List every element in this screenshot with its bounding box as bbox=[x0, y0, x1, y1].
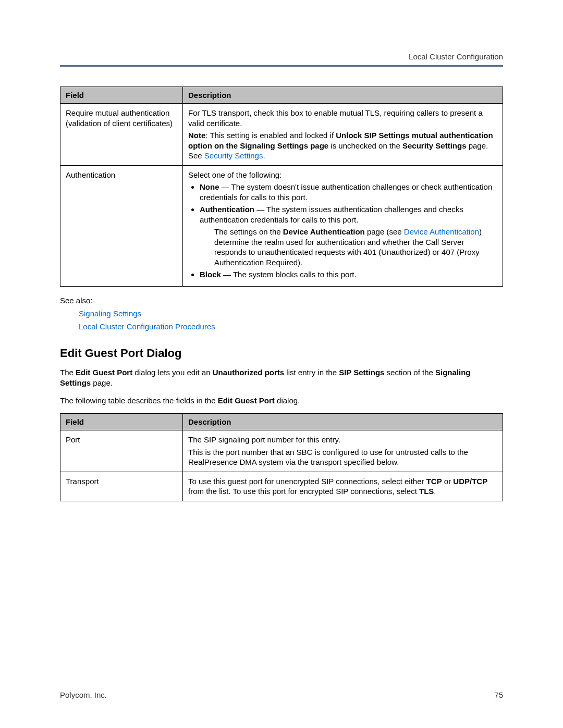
field-require-mutual: Require mutual authentication (validatio… bbox=[60, 104, 183, 166]
t: dialog. bbox=[275, 396, 300, 405]
body-paragraph: The following table describes the fields… bbox=[60, 396, 503, 406]
field-transport: Transport bbox=[60, 472, 183, 501]
desc-text: Select one of the following: bbox=[188, 170, 497, 180]
th-description: Description bbox=[183, 87, 503, 104]
t: None bbox=[200, 182, 219, 191]
t: Authentication bbox=[200, 205, 254, 214]
sub-text: The settings on the Device Authenticatio… bbox=[214, 227, 497, 267]
t: Security Settings bbox=[402, 141, 467, 150]
signaling-settings-link[interactable]: Signaling Settings bbox=[79, 309, 503, 318]
note-label: Note bbox=[188, 131, 205, 140]
desc-note: Note: This setting is enabled and locked… bbox=[188, 130, 497, 161]
t: . bbox=[263, 151, 265, 160]
t: To use this guest port for unencrypted S… bbox=[188, 477, 426, 486]
t: dialog lets you edit an bbox=[132, 368, 212, 377]
th-field: Field bbox=[60, 414, 183, 430]
t: list entry in the bbox=[284, 368, 339, 377]
t: Unauthorized ports bbox=[213, 368, 285, 377]
t: : This setting is enabled and locked if bbox=[205, 131, 336, 140]
footer-page-number: 75 bbox=[494, 690, 503, 699]
page-footer: Polycom, Inc. 75 bbox=[60, 690, 503, 699]
local-cluster-config-procedures-link[interactable]: Local Cluster Configuration Procedures bbox=[79, 322, 503, 331]
t: or bbox=[442, 477, 454, 486]
t: TLS bbox=[419, 487, 434, 496]
desc-text: The SIP signaling port number for this e… bbox=[188, 435, 497, 445]
desc-port: The SIP signaling port number for this e… bbox=[183, 430, 503, 472]
t: The bbox=[60, 368, 76, 377]
t: SIP Settings bbox=[339, 368, 384, 377]
desc-transport: To use this guest port for unencrypted S… bbox=[183, 472, 503, 501]
t: . bbox=[434, 487, 436, 496]
fields-table-2: Field Description Port The SIP signaling… bbox=[60, 413, 503, 501]
th-field: Field bbox=[60, 87, 183, 104]
t: — The system doesn't issue authenticatio… bbox=[200, 182, 492, 202]
t: is unchecked on the bbox=[328, 141, 402, 150]
t: section of the bbox=[384, 368, 435, 377]
t: Device Authentication bbox=[283, 227, 365, 236]
t: TCP bbox=[426, 477, 442, 486]
th-description: Description bbox=[183, 414, 503, 430]
t: — The system blocks calls to this port. bbox=[221, 270, 357, 279]
desc-text: This is the port number that an SBC is c… bbox=[188, 447, 497, 467]
field-port: Port bbox=[60, 430, 183, 472]
t: Edit Guest Port bbox=[218, 396, 275, 405]
see-also-block: See also: Signaling Settings Local Clust… bbox=[60, 296, 503, 331]
field-authentication: Authentication bbox=[60, 165, 183, 286]
desc-text: For TLS transport, check this box to ena… bbox=[188, 108, 497, 128]
t: from the list. To use this port for encr… bbox=[188, 487, 419, 496]
t: The settings on the bbox=[214, 227, 283, 236]
desc-authentication: Select one of the following: None — The … bbox=[183, 165, 503, 286]
t: The following table describes the fields… bbox=[60, 396, 218, 405]
device-auth-link[interactable]: Device Authentication bbox=[404, 227, 479, 236]
list-item: None — The system doesn't issue authenti… bbox=[200, 182, 497, 202]
t: UDP/TCP bbox=[453, 477, 487, 486]
footer-company: Polycom, Inc. bbox=[60, 690, 107, 699]
list-item: Block — The system blocks calls to this … bbox=[200, 269, 497, 280]
t: page. bbox=[91, 378, 113, 387]
fields-table-1: Field Description Require mutual authent… bbox=[60, 87, 503, 287]
auth-options-list: None — The system doesn't issue authenti… bbox=[188, 182, 497, 280]
desc-require-mutual: For TLS transport, check this box to ena… bbox=[183, 104, 503, 166]
page-header: Local Cluster Configuration bbox=[60, 52, 503, 61]
see-also-label: See also: bbox=[60, 296, 503, 305]
header-rule bbox=[60, 65, 503, 67]
t: Block bbox=[200, 270, 221, 279]
list-item: Authentication — The system issues authe… bbox=[200, 204, 497, 267]
t: page (see bbox=[365, 227, 404, 236]
t: Edit Guest Port bbox=[76, 368, 132, 377]
body-paragraph: The Edit Guest Port dialog lets you edit… bbox=[60, 367, 503, 389]
section-heading-edit-guest-port: Edit Guest Port Dialog bbox=[60, 347, 503, 360]
security-settings-link[interactable]: Security Settings bbox=[204, 151, 263, 160]
